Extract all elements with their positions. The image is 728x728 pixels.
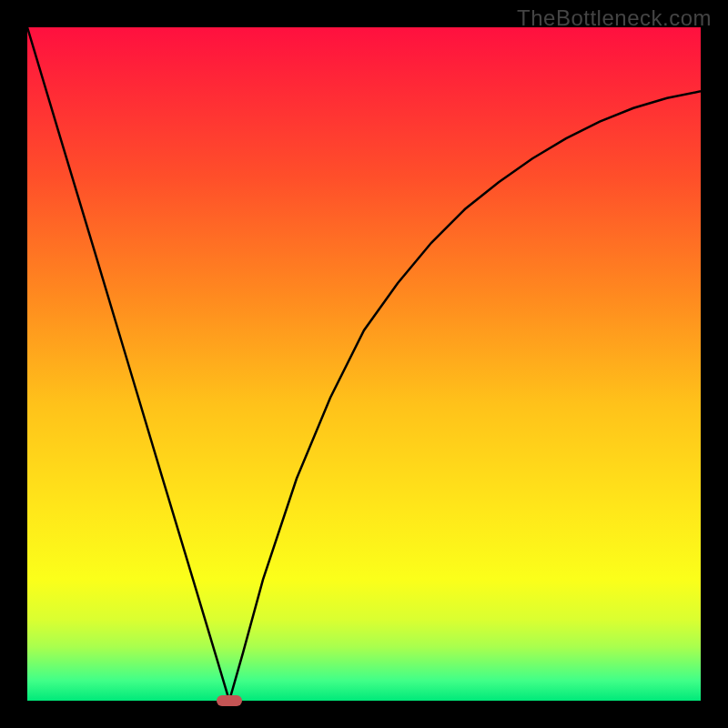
minimum-marker [217,695,242,706]
watermark-text: TheBottleneck.com [517,5,712,31]
chart-plot-area [27,27,701,701]
bottleneck-curve [27,27,701,701]
